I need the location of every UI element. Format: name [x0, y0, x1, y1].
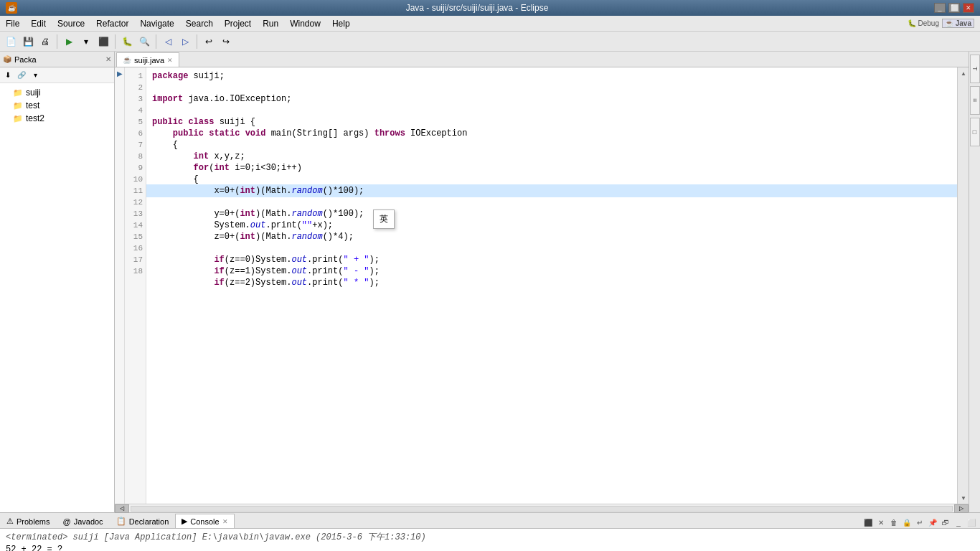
console-content[interactable]: <terminated> suiji [Java Application] E:… — [0, 529, 980, 551]
code-area[interactable]: package suiji; import java.io.IOExceptio… — [146, 67, 957, 504]
console-remove[interactable]: ✕ — [875, 517, 887, 528]
horizontal-scrollbar[interactable]: ◁ ▷ — [115, 504, 969, 512]
tab-javadoc-label: Javadoc — [74, 517, 103, 526]
pkg-collapse-button[interactable]: ⬇ — [1, 69, 14, 82]
line-numbers: 1 2 3 4 5 6 7 8 9 10 11 12 13 14 15 16 1… — [125, 67, 146, 504]
pkg-item-suiji[interactable]: 📁 suiji — [0, 86, 114, 99]
title-bar: ☕ Java - suiji/src/suiji/suiji.java - Ec… — [0, 0, 980, 16]
scroll-top[interactable]: ▲ — [958, 67, 969, 79]
menu-help[interactable]: Help — [326, 16, 356, 31]
print-button[interactable]: 🖨 — [37, 34, 53, 50]
menu-run[interactable]: Run — [257, 16, 284, 31]
menu-navigate[interactable]: Navigate — [134, 16, 179, 31]
pkg-menu-button[interactable]: ▾ — [29, 69, 42, 82]
folder-icon: 📁 — [13, 88, 23, 98]
menu-source[interactable]: Source — [52, 16, 90, 31]
console-maximize[interactable]: ⬜ — [966, 517, 977, 528]
prev-edit-button[interactable]: ↩ — [201, 34, 217, 50]
tab-problems-label: Problems — [17, 517, 50, 526]
scroll-bottom[interactable]: ▼ — [958, 492, 969, 504]
run-button[interactable]: ▶ — [61, 34, 77, 50]
console-minimize[interactable]: _ — [953, 517, 964, 528]
tab-declaration-label: Declaration — [129, 517, 169, 526]
pkg-content: 📁 suiji 📁 test 📁 test2 — [0, 83, 114, 512]
pkg-close-button[interactable]: ✕ — [105, 55, 111, 63]
pkg-toolbar: ⬇ 🔗 ▾ — [0, 67, 114, 83]
side-btn-1[interactable]: T — [970, 55, 980, 83]
console-close-button[interactable]: ✕ — [222, 518, 228, 525]
console-clear[interactable]: 🗑 — [888, 517, 900, 528]
menu-search[interactable]: Search — [180, 16, 219, 31]
folder-icon-test2: 📁 — [13, 114, 23, 123]
window-controls[interactable]: _ ⬜ ✕ — [934, 3, 974, 13]
editor-gutter: ▶ — [115, 67, 125, 504]
tab-console[interactable]: ▶ Console ✕ — [175, 514, 234, 528]
input-method-popup: 英 — [373, 209, 395, 229]
pkg-item-test2[interactable]: 📁 test2 — [0, 112, 114, 125]
save-button[interactable]: 💾 — [20, 34, 36, 50]
bottom-tab-actions: ⬛ ✕ 🗑 🔒 ↵ 📌 🗗 _ ⬜ — [859, 517, 980, 528]
search-toolbar-button[interactable]: 🔍 — [136, 34, 152, 50]
side-btn-3[interactable]: □ — [970, 118, 980, 146]
restore-button[interactable]: ⬜ — [948, 3, 960, 13]
pkg-label-test2: test2 — [26, 113, 44, 123]
editor-tab-suiji[interactable]: ☕ suiji.java ✕ — [116, 52, 179, 67]
menu-window[interactable]: Window — [284, 16, 326, 31]
pkg-item-test[interactable]: 📁 test — [0, 99, 114, 112]
package-explorer-title: Packa — [14, 55, 37, 64]
close-button[interactable]: ✕ — [963, 3, 974, 13]
console-scroll-lock[interactable]: 🔒 — [901, 517, 913, 528]
tab-declaration[interactable]: 📋 Declaration — [110, 514, 176, 528]
console-word-wrap[interactable]: ↵ — [914, 517, 925, 528]
forward-button[interactable]: ▷ — [177, 34, 193, 50]
toolbar: 📄 💾 🖨 ▶ ▾ ⬛ 🐛 🔍 ◁ ▷ ↩ ↪ — [0, 32, 980, 52]
tab-close-button[interactable]: ✕ — [167, 57, 173, 64]
next-edit-button[interactable]: ↪ — [218, 34, 234, 50]
back-button[interactable]: ◁ — [160, 34, 176, 50]
tab-javadoc[interactable]: @ Javadoc — [56, 514, 109, 528]
side-btn-2[interactable]: ≡ — [970, 86, 980, 115]
pkg-label-test: test — [26, 100, 39, 110]
editor-area: ☕ suiji.java ✕ ▶ 1 2 3 4 5 6 7 8 9 10 11… — [115, 52, 969, 512]
package-explorer: 📦 Packa ✕ ⬇ 🔗 ▾ 📁 suiji 📁 test 📁 test2 — [0, 52, 115, 512]
console-new-view[interactable]: 🗗 — [940, 517, 951, 528]
debug-button[interactable]: 🐛 — [119, 34, 135, 50]
bottom-tabs-row: ⚠ Problems @ Javadoc 📋 Declaration ▶ Con… — [0, 512, 980, 528]
console-icon: ▶ — [182, 517, 187, 526]
main-layout: 📦 Packa ✕ ⬇ 🔗 ▾ 📁 suiji 📁 test 📁 test2 — [0, 52, 980, 512]
console-line-1: 52 + 22 = ? — [6, 544, 974, 551]
scroll-right[interactable]: ▷ — [954, 504, 969, 513]
console-pin[interactable]: 📌 — [927, 517, 938, 528]
menu-project[interactable]: Project — [219, 16, 257, 31]
editor-right-margin: ▲ ▼ — [957, 67, 969, 504]
input-method-label: 英 — [380, 215, 388, 225]
tab-problems[interactable]: ⚠ Problems — [0, 514, 56, 528]
minimize-button[interactable]: _ — [934, 3, 946, 13]
console-terminate[interactable]: ⬛ — [862, 517, 874, 528]
editor-content: ▶ 1 2 3 4 5 6 7 8 9 10 11 12 13 14 15 16… — [115, 67, 969, 504]
run-dropdown[interactable]: ▾ — [78, 34, 94, 50]
pkg-label-suiji: suiji — [26, 88, 41, 98]
javadoc-icon: @ — [62, 517, 70, 526]
package-explorer-header: 📦 Packa ✕ — [0, 52, 114, 67]
new-button[interactable]: 📄 — [3, 34, 19, 50]
window-title: Java - suiji/src/suiji/suiji.java - Ecli… — [20, 3, 934, 13]
pkg-link-button[interactable]: 🔗 — [15, 69, 28, 82]
problems-icon: ⚠ — [6, 517, 14, 526]
gutter-line-11: ▶ — [115, 67, 124, 79]
tab-console-label: Console — [190, 517, 219, 526]
title-icon: ☕ — [6, 2, 17, 14]
perspective-debug[interactable]: 🐛 Debug — [908, 19, 939, 27]
perspective-java[interactable]: ☕ Java — [942, 19, 974, 28]
pkg-icon: 📦 — [3, 55, 11, 63]
menu-edit[interactable]: Edit — [25, 16, 52, 31]
console-header: <terminated> suiji [Java Application] E:… — [6, 532, 974, 544]
bottom-panel: ⚠ Problems @ Javadoc 📋 Declaration ▶ Con… — [0, 512, 980, 551]
stop-button[interactable]: ⬛ — [95, 34, 111, 50]
tab-label: suiji.java — [134, 56, 164, 65]
menu-bar: File Edit Source Refactor Navigate Searc… — [0, 16, 980, 32]
scroll-left[interactable]: ◁ — [115, 504, 129, 513]
menu-file[interactable]: File — [0, 16, 25, 31]
declaration-icon: 📋 — [116, 517, 126, 526]
menu-refactor[interactable]: Refactor — [90, 16, 134, 31]
